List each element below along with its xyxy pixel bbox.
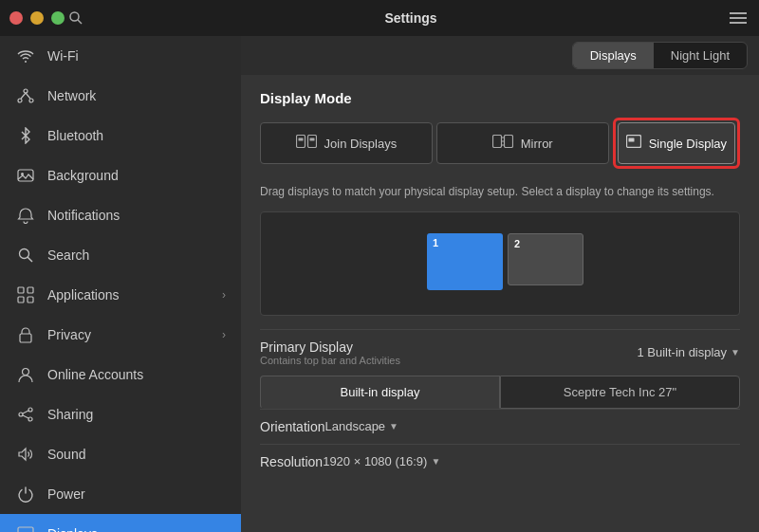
bluetooth-icon: [15, 125, 36, 146]
background-icon: [15, 165, 36, 186]
applications-label: Applications: [47, 287, 222, 303]
single-display-highlight: Single Display: [613, 118, 740, 169]
monitor-tabs: Built-in display Sceptre Tech Inc 27": [260, 376, 740, 409]
sidebar-item-displays[interactable]: Displays: [0, 514, 241, 532]
resolution-dropdown-arrow: ▼: [431, 456, 440, 467]
displays-icon: [15, 523, 36, 532]
display-mode-row: Join Displays Mirror: [260, 118, 740, 169]
orientation-dropdown-arrow: ▼: [389, 421, 398, 431]
mode-mirror-button[interactable]: Mirror: [436, 122, 609, 164]
tab-displays[interactable]: Displays: [573, 43, 654, 68]
resolution-label: Resolution: [260, 454, 323, 469]
resolution-value[interactable]: 1920 × 1080 (16:9) ▼: [323, 454, 440, 468]
svg-point-0: [70, 12, 79, 21]
mirror-icon: [492, 135, 513, 152]
menu-icon[interactable]: [727, 7, 750, 29]
window-title: Settings: [95, 10, 727, 26]
sidebar-item-privacy[interactable]: Privacy›: [0, 315, 241, 355]
primary-display-label-group: Primary Display Contains top bar and Act…: [260, 339, 637, 366]
monitor-1-number: 1: [433, 237, 438, 248]
close-button[interactable]: [9, 11, 23, 25]
sound-label: Sound: [47, 447, 226, 462]
svg-point-5: [24, 89, 28, 93]
mode-mirror-label: Mirror: [521, 137, 553, 151]
online-accounts-icon: [15, 364, 36, 385]
join-displays-icon: [296, 135, 317, 152]
svg-rect-18: [20, 334, 31, 342]
displays-label: Displays: [47, 526, 226, 532]
single-display-icon: [626, 135, 641, 152]
search-icon: [15, 245, 36, 266]
tab-night-light[interactable]: Night Light: [654, 43, 747, 68]
svg-rect-17: [28, 297, 33, 303]
background-label: Background: [47, 168, 226, 183]
svg-rect-26: [18, 527, 33, 532]
svg-point-22: [28, 417, 32, 421]
sidebar-item-applications[interactable]: Applications›: [0, 275, 241, 315]
window-controls: [9, 11, 65, 25]
section-title: Display Mode: [260, 90, 740, 106]
primary-display-label: Primary Display: [260, 339, 637, 355]
svg-rect-15: [28, 287, 33, 293]
monitor-2[interactable]: 2: [508, 233, 583, 285]
sharing-icon: [15, 404, 36, 425]
svg-rect-16: [18, 297, 24, 303]
svg-line-13: [28, 257, 32, 262]
sidebar-item-network[interactable]: Network: [0, 76, 241, 116]
search-icon[interactable]: [65, 7, 87, 29]
online-accounts-label: Online Accounts: [47, 367, 226, 382]
power-icon: [15, 484, 36, 504]
orientation-label: Orientation: [260, 419, 324, 434]
sidebar-item-search[interactable]: Search: [0, 235, 241, 275]
resolution-row: Resolution 1920 × 1080 (16:9) ▼: [260, 444, 740, 479]
mode-single-button[interactable]: Single Display: [618, 122, 735, 164]
content-panel: Displays Night Light Display Mode: [241, 36, 759, 532]
sidebar-item-power[interactable]: Power: [0, 474, 241, 514]
minimize-button[interactable]: [30, 11, 44, 25]
svg-line-1: [78, 20, 82, 24]
sidebar-item-bluetooth[interactable]: Bluetooth: [0, 116, 241, 156]
svg-rect-33: [307, 136, 316, 148]
sidebar: Wi-FiNetworkBluetoothBackgroundNotificat…: [0, 36, 241, 532]
applications-icon: [15, 284, 36, 305]
mode-join-label: Join Displays: [324, 137, 398, 151]
network-label: Network: [47, 88, 226, 103]
sidebar-item-background[interactable]: Background: [0, 156, 241, 195]
monitor-2-number: 2: [514, 238, 520, 249]
wifi-icon: [15, 46, 36, 66]
orientation-row: Orientation Landscape ▼: [260, 409, 740, 444]
svg-point-21: [19, 413, 23, 416]
sidebar-item-sound[interactable]: Sound: [0, 434, 241, 474]
svg-line-23: [23, 411, 28, 413]
mode-single-label: Single Display: [649, 137, 727, 151]
svg-rect-37: [504, 136, 512, 148]
svg-point-20: [28, 408, 32, 412]
notifications-icon: [15, 205, 36, 226]
main-layout: Wi-FiNetworkBluetoothBackgroundNotificat…: [0, 36, 759, 532]
mode-join-button[interactable]: Join Displays: [260, 122, 433, 164]
privacy-label: Privacy: [47, 327, 222, 342]
display-description: Drag displays to match your physical dis…: [260, 184, 740, 200]
tab-builtin[interactable]: Built-in display: [260, 376, 500, 409]
sound-icon: [15, 444, 36, 465]
monitor-1[interactable]: 1: [427, 233, 503, 290]
notifications-label: Notifications: [47, 208, 226, 223]
primary-display-value[interactable]: 1 Built-in display ▼: [637, 345, 740, 359]
svg-marker-25: [19, 449, 26, 460]
sidebar-item-wifi[interactable]: Wi-Fi: [0, 36, 241, 76]
sidebar-item-online-accounts[interactable]: Online Accounts: [0, 355, 241, 394]
svg-line-8: [21, 93, 26, 99]
orientation-value-text: Landscape: [324, 419, 385, 433]
primary-display-value-text: 1 Built-in display: [637, 345, 727, 359]
search-label: Search: [47, 248, 226, 263]
sharing-label: Sharing: [47, 407, 226, 422]
svg-point-19: [23, 369, 29, 376]
tab-sceptre[interactable]: Sceptre Tech Inc 27": [500, 376, 740, 409]
primary-display-sub: Contains top bar and Activities: [260, 355, 637, 366]
orientation-value[interactable]: Landscape ▼: [324, 419, 398, 433]
privacy-icon: [15, 324, 36, 345]
svg-rect-40: [628, 138, 634, 142]
sidebar-item-sharing[interactable]: Sharing: [0, 394, 241, 434]
sidebar-item-notifications[interactable]: Notifications: [0, 195, 241, 235]
maximize-button[interactable]: [51, 11, 65, 25]
